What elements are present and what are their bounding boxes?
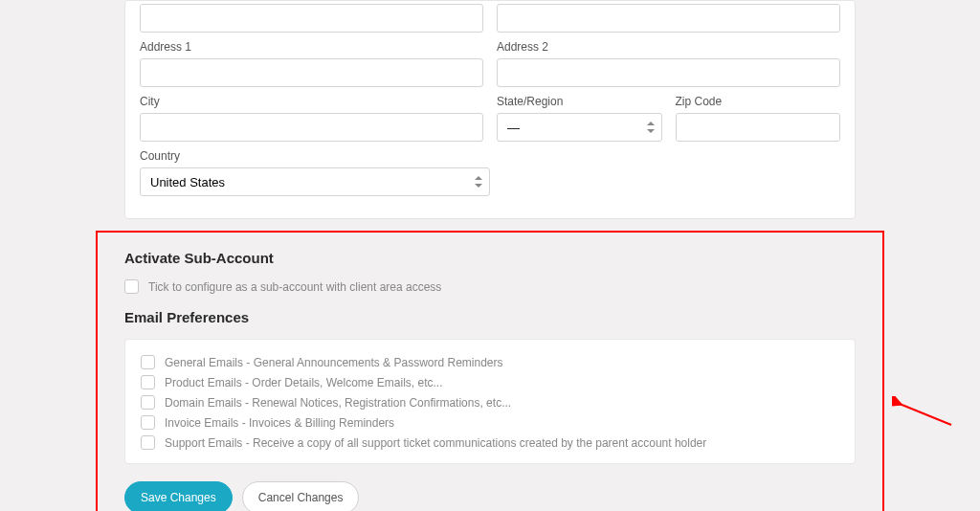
domain-emails-checkbox[interactable] — [141, 395, 155, 410]
support-emails-label: Support Emails - Receive a copy of all s… — [165, 436, 706, 450]
address1-input[interactable] — [140, 58, 483, 87]
country-label: Country — [140, 149, 490, 163]
highlighted-section: Activate Sub-Account Tick to configure a… — [96, 231, 884, 511]
save-button[interactable]: Save Changes — [124, 481, 233, 511]
cancel-button[interactable]: Cancel Changes — [242, 481, 360, 511]
address-card: Address 1 Address 2 City State/Region — — [124, 0, 856, 219]
support-emails-checkbox[interactable] — [141, 435, 155, 450]
address2-input[interactable] — [497, 58, 840, 87]
city-label: City — [140, 95, 483, 108]
product-emails-checkbox[interactable] — [141, 375, 155, 389]
prev-row-input-1[interactable] — [140, 4, 483, 33]
city-input[interactable] — [140, 113, 483, 142]
zip-label: Zip Code — [676, 95, 841, 108]
invoice-emails-checkbox[interactable] — [141, 415, 155, 430]
activate-subaccount-checkbox[interactable] — [124, 279, 139, 294]
general-emails-checkbox[interactable] — [141, 355, 155, 369]
zip-input[interactable] — [676, 113, 841, 142]
general-emails-label: General Emails - General Announcements &… — [165, 356, 503, 369]
activate-checkbox-label: Tick to configure as a sub-account with … — [148, 280, 441, 294]
prev-row-input-2[interactable] — [497, 4, 840, 33]
email-prefs-title: Email Preferences — [124, 309, 856, 325]
product-emails-label: Product Emails - Order Details, Welcome … — [165, 376, 443, 389]
state-label: State/Region — [497, 95, 662, 108]
email-prefs-card: General Emails - General Announcements &… — [124, 339, 856, 464]
invoice-emails-label: Invoice Emails - Invoices & Billing Remi… — [165, 416, 394, 430]
domain-emails-label: Domain Emails - Renewal Notices, Registr… — [165, 396, 511, 410]
address1-label: Address 1 — [140, 40, 483, 54]
activate-title: Activate Sub-Account — [124, 250, 856, 266]
address2-label: Address 2 — [497, 40, 840, 54]
state-select[interactable]: — — [497, 113, 662, 142]
country-select[interactable]: United States — [140, 167, 490, 196]
